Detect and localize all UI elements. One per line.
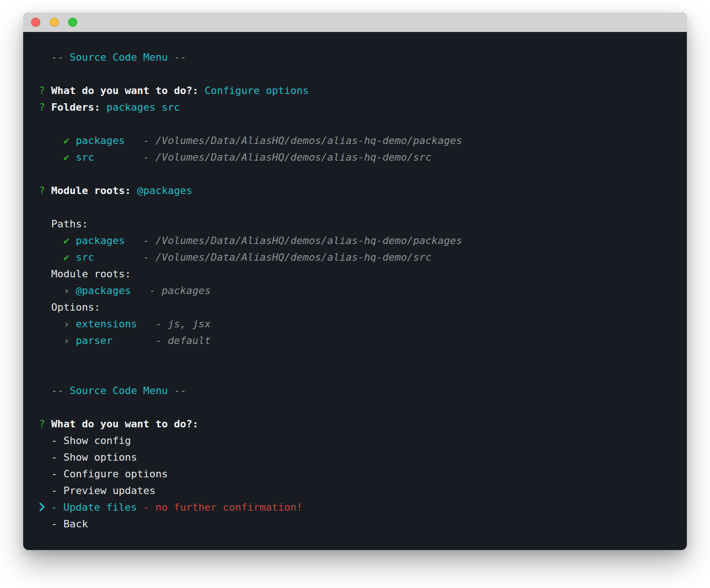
menu-item-back[interactable]: - Back — [39, 516, 673, 532]
menu-item-configure-options[interactable]: - Configure options — [39, 466, 673, 482]
module-root-name: @packages — [75, 285, 131, 296]
question-answer: @packages — [137, 185, 192, 196]
menu-item-label: - Show options — [39, 451, 137, 463]
prompt-line-folders: ? Folders: packages src — [39, 99, 673, 116]
config-section-label: Options: — [39, 299, 673, 316]
blank-line — [39, 66, 673, 82]
bullet-chevron-icon: › — [39, 285, 75, 296]
bullet-chevron-icon: › — [39, 318, 75, 330]
header-dashes-left: -- — [39, 385, 69, 396]
question-label: Module roots: — [51, 185, 137, 196]
question-prompt-icon: ? — [39, 418, 51, 430]
terminal-content: -- Source Code Menu -- ? What do you wan… — [23, 32, 687, 532]
paths-label: Paths: — [39, 218, 88, 230]
question-prompt-icon: ? — [39, 101, 51, 113]
minimize-button[interactable] — [50, 18, 59, 27]
menu-item-show-config[interactable]: - Show config — [39, 432, 673, 449]
prompt-line-module-roots: ? Module roots: @packages — [39, 182, 673, 199]
folder-name: src — [75, 151, 94, 163]
blank-line — [39, 199, 673, 216]
module-root-value: - packages — [131, 285, 211, 296]
check-icon: ✔ — [39, 135, 75, 146]
menu-item-warning: - no further confirmation! — [143, 501, 302, 513]
folder-path: - /Volumes/Data/AliasHQ/demos/alias-hq-d… — [94, 151, 431, 163]
option-name: extensions — [75, 318, 137, 330]
question-prompt-icon: ? — [39, 85, 51, 96]
zoom-button[interactable] — [68, 18, 77, 27]
question-label: What do you want to do?: — [51, 85, 205, 96]
terminal-window: -- Source Code Menu -- ? What do you wan… — [23, 13, 687, 550]
bullet-chevron-icon: › — [39, 335, 75, 346]
menu-item-label: - Back — [39, 518, 88, 530]
options-label: Options: — [39, 301, 100, 313]
menu-item-label: - Configure options — [39, 468, 168, 480]
folder-path: - /Volumes/Data/AliasHQ/demos/alias-hq-d… — [125, 135, 462, 146]
question-answer: packages src — [107, 101, 180, 113]
blank-line — [39, 166, 673, 182]
window-titlebar[interactable] — [23, 13, 687, 32]
close-button[interactable] — [31, 18, 40, 27]
config-section-label: Paths: — [39, 216, 673, 232]
folder-path: - /Volumes/Data/AliasHQ/demos/alias-hq-d… — [94, 251, 431, 263]
menu-item-label: - Preview updates — [39, 485, 156, 496]
question-answer: Configure options — [205, 85, 309, 96]
path-entry-line: ✔ src - /Volumes/Data/AliasHQ/demos/alia… — [39, 149, 673, 166]
blank-line — [39, 349, 673, 366]
option-entry-line: › extensions - js, jsx — [39, 316, 673, 332]
check-icon: ✔ — [39, 235, 75, 246]
folder-path: - /Volumes/Data/AliasHQ/demos/alias-hq-d… — [125, 235, 462, 246]
module-roots-label: Module roots: — [39, 268, 131, 280]
menu-header-line: -- Source Code Menu -- — [39, 382, 673, 399]
menu-header-line: -- Source Code Menu -- — [39, 49, 673, 66]
menu-item-preview-updates[interactable]: - Preview updates — [39, 482, 673, 499]
blank-line — [39, 366, 673, 382]
path-entry-line: ✔ src - /Volumes/Data/AliasHQ/demos/alia… — [39, 249, 673, 266]
question-label: What do you want to do?: — [51, 418, 199, 430]
check-icon: ✔ — [39, 151, 75, 163]
prompt-line-action: ? What do you want to do?: Configure opt… — [39, 82, 673, 99]
folder-name: src — [75, 251, 94, 263]
header-dashes-right: -- — [168, 51, 186, 63]
header-dashes-right: -- — [168, 385, 186, 396]
config-section-label: Module roots: — [39, 266, 673, 282]
option-value: - default — [113, 335, 211, 346]
prompt-line-action-active: ? What do you want to do?: — [39, 416, 673, 432]
folder-name: packages — [75, 235, 125, 246]
menu-item-label: - Show config — [39, 435, 131, 446]
folder-name: packages — [75, 135, 125, 146]
path-entry-line: ✔ packages - /Volumes/Data/AliasHQ/demos… — [39, 132, 673, 149]
menu-title: Source Code Menu — [69, 51, 168, 63]
selection-pointer-icon — [39, 502, 45, 512]
module-root-entry-line: › @packages - packages — [39, 282, 673, 299]
check-icon: ✔ — [39, 251, 75, 263]
blank-line — [39, 116, 673, 132]
header-dashes-left: -- — [39, 51, 69, 63]
option-value: - js, jsx — [137, 318, 211, 330]
menu-item-show-options[interactable]: - Show options — [39, 449, 673, 466]
menu-item-label: - Update files — [45, 501, 143, 513]
blank-line — [39, 399, 673, 416]
question-prompt-icon: ? — [39, 185, 51, 196]
question-label: Folders: — [51, 101, 107, 113]
path-entry-line: ✔ packages - /Volumes/Data/AliasHQ/demos… — [39, 232, 673, 249]
option-entry-line: › parser - default — [39, 332, 673, 349]
option-name: parser — [75, 335, 112, 346]
menu-item-update-files-selected[interactable]: - Update files - no further confirmation… — [39, 499, 673, 516]
menu-title: Source Code Menu — [69, 385, 168, 396]
